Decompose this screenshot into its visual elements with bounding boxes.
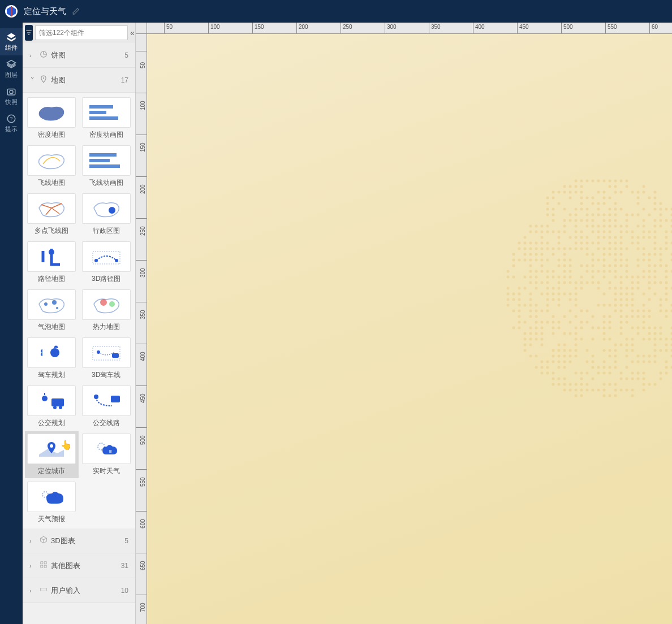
- category-pie[interactable]: › 饼图 5: [23, 43, 135, 68]
- svg-point-13: [52, 300, 57, 305]
- svg-point-620: [529, 355, 532, 358]
- comp-3d-route[interactable]: 3D路径图: [80, 239, 133, 286]
- svg-point-434: [512, 298, 515, 301]
- svg-point-56: [563, 191, 566, 194]
- category-input[interactable]: › 用户输入 10: [23, 578, 135, 603]
- svg-point-720: [580, 395, 583, 397]
- svg-point-544: [637, 327, 640, 330]
- svg-point-90: [552, 208, 555, 211]
- svg-point-465: [631, 304, 634, 307]
- svg-point-538: [592, 327, 595, 330]
- comp-bus-route[interactable]: 公交线路: [80, 383, 133, 430]
- category-other[interactable]: › 其他图表 31: [23, 553, 135, 578]
- svg-point-340: [512, 276, 515, 279]
- svg-point-286: [637, 259, 640, 262]
- nav-components[interactable]: 组件: [0, 28, 23, 55]
- svg-point-457: [558, 304, 561, 307]
- svg-point-234: [580, 248, 583, 250]
- comp-multi-flyline[interactable]: 多点飞线图: [25, 191, 79, 238]
- svg-point-674: [603, 372, 606, 375]
- svg-point-293: [512, 265, 515, 267]
- edit-title-icon[interactable]: [72, 7, 80, 15]
- svg-point-142: [586, 225, 589, 228]
- canvas-area[interactable]: 5010015020025030035040045050055060 50100…: [136, 23, 672, 624]
- svg-point-593: [575, 344, 578, 346]
- svg-point-277: [558, 259, 561, 262]
- svg-point-486: [643, 310, 645, 313]
- comp-3d-drive[interactable]: 3D驾车线: [80, 335, 133, 382]
- svg-point-448: [665, 298, 668, 301]
- svg-point-395: [597, 287, 600, 290]
- svg-point-332: [665, 270, 668, 273]
- svg-point-45: [626, 180, 628, 183]
- comp-heatmap[interactable]: 热力地图: [80, 287, 133, 334]
- svg-point-543: [631, 327, 634, 330]
- svg-point-124: [580, 219, 583, 222]
- nav-label: 快照: [5, 98, 18, 106]
- svg-point-638: [546, 361, 549, 363]
- svg-point-54: [552, 191, 555, 194]
- comp-bus-plan[interactable]: 公交规划: [25, 383, 79, 430]
- svg-point-561: [603, 332, 606, 335]
- svg-point-391: [552, 287, 555, 290]
- svg-point-580: [643, 338, 645, 341]
- svg-point-241: [626, 248, 628, 250]
- svg-point-52: [626, 185, 628, 188]
- svg-point-15: [100, 299, 107, 306]
- comp-flyline-anim[interactable]: 飞线动画图: [80, 143, 133, 190]
- svg-point-278: [563, 259, 566, 262]
- svg-point-202: [529, 242, 532, 245]
- svg-point-389: [535, 287, 538, 290]
- svg-point-615: [660, 349, 662, 352]
- svg-point-370: [569, 281, 572, 284]
- nav-snapshot[interactable]: 快照: [0, 83, 23, 110]
- svg-point-200: [518, 242, 521, 245]
- svg-point-120: [552, 219, 555, 222]
- svg-point-300: [586, 265, 589, 267]
- svg-point-392: [558, 287, 561, 290]
- svg-point-276: [546, 259, 549, 262]
- svg-point-612: [626, 349, 628, 352]
- search-input[interactable]: [35, 25, 128, 40]
- svg-point-51: [614, 185, 617, 188]
- collapse-panel-icon[interactable]: «: [130, 26, 135, 40]
- svg-point-123: [575, 219, 578, 222]
- svg-point-257: [563, 253, 566, 256]
- svg-point-274: [535, 259, 538, 262]
- comp-locate-city[interactable]: 👆定位城市: [25, 431, 79, 478]
- svg-point-376: [609, 281, 611, 284]
- svg-point-441: [575, 298, 578, 301]
- nav-layers[interactable]: 图层: [0, 55, 23, 83]
- svg-point-151: [643, 225, 645, 228]
- search-filter-icon[interactable]: [25, 25, 33, 41]
- svg-point-83: [597, 202, 600, 205]
- svg-point-271: [518, 259, 521, 262]
- comp-flyline-map[interactable]: 飞线地图: [25, 143, 79, 190]
- svg-point-259: [592, 253, 595, 256]
- comp-realtime-weather[interactable]: lil实时天气: [80, 431, 133, 478]
- comp-admin-region[interactable]: 行政区图: [80, 191, 133, 238]
- comp-weather-forecast[interactable]: 天气预报: [25, 479, 79, 526]
- comp-density-map[interactable]: 密度地图: [25, 95, 79, 142]
- category-map[interactable]: › 地图 17: [23, 68, 135, 93]
- svg-point-418: [563, 293, 566, 296]
- svg-point-236: [597, 248, 600, 250]
- comp-density-anim[interactable]: 密度动画图: [80, 95, 133, 142]
- comp-drive-plan[interactable]: 驾车规划: [25, 335, 79, 382]
- svg-point-64: [631, 191, 634, 194]
- svg-point-105: [552, 214, 555, 216]
- svg-point-654: [535, 366, 538, 369]
- category-3dchart[interactable]: › 3D图表 5: [23, 528, 135, 553]
- nav-tips[interactable]: ? 提示: [0, 110, 23, 137]
- svg-point-480: [580, 310, 583, 313]
- comp-route-map[interactable]: 路径地图: [25, 239, 79, 286]
- svg-point-577: [609, 338, 611, 341]
- comp-bubble-map[interactable]: 气泡地图: [25, 287, 79, 334]
- svg-point-459: [597, 304, 600, 307]
- svg-rect-32: [44, 561, 46, 564]
- canvas-content[interactable]: [147, 34, 672, 624]
- svg-point-80: [558, 202, 561, 205]
- svg-point-423: [620, 293, 623, 296]
- svg-point-623: [558, 355, 561, 358]
- svg-point-347: [563, 276, 566, 279]
